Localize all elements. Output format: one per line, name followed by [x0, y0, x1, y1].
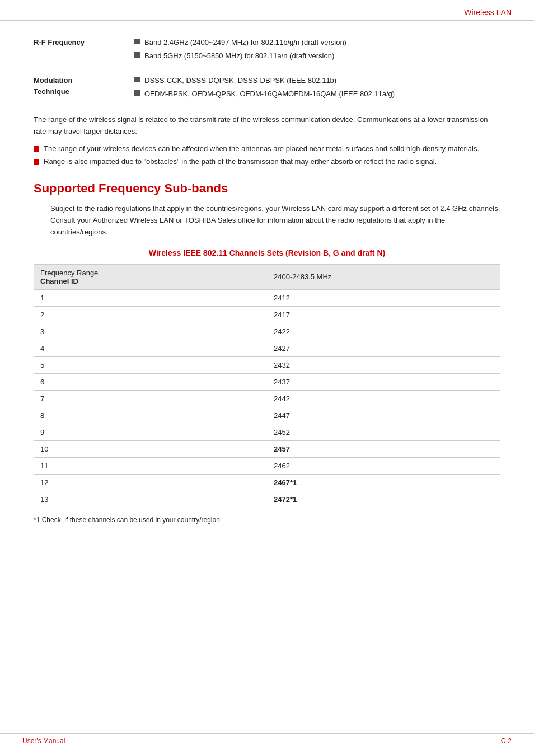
- col-channel-id-label: Channel ID: [40, 277, 78, 285]
- page-header: Wireless LAN: [0, 0, 534, 21]
- channel-id-cell: 1: [34, 289, 267, 306]
- channel-id-cell: 6: [34, 373, 267, 390]
- footnote: *1 Check, if these channels can be used …: [34, 516, 500, 524]
- red-bullet-icon: [34, 159, 39, 165]
- rf-value-1: Band 2.4GHz (2400~2497 MHz) for 802.11b/…: [144, 37, 346, 48]
- freq-cell: 2422: [267, 323, 500, 340]
- freq-cell: 2467*1: [267, 474, 500, 491]
- table-row-modulation: ModulationTechnique DSSS-CCK, DSSS-DQPSK…: [34, 69, 500, 107]
- rf-value-2: Band 5GHz (5150~5850 MHz) for 802.11a/n …: [144, 50, 334, 62]
- table-row: 52432: [34, 356, 500, 373]
- table-row: 72442: [34, 390, 500, 407]
- content-area: R-F Frequency Band 2.4GHz (2400~2497 MHz…: [0, 31, 534, 524]
- freq-cell: 2417: [267, 306, 500, 323]
- freq-cell: 2412: [267, 289, 500, 306]
- modulation-values: DSSS-CCK, DSSS-DQPSK, DSSS-DBPSK (IEEE 8…: [123, 69, 500, 107]
- body-text: The range of the wireless signal is rela…: [34, 114, 500, 138]
- bullet-list: The range of your wireless devices can b…: [34, 144, 500, 166]
- list-item-2-text: Range is also impacted due to "obstacles…: [44, 157, 437, 166]
- page-footer: User's Manual C-2: [0, 733, 534, 745]
- freq-cell: 2447: [267, 407, 500, 424]
- freq-cell: 2452: [267, 424, 500, 440]
- channel-id-cell: 11: [34, 457, 267, 474]
- table-row: 82447: [34, 407, 500, 424]
- freq-cell: 2457: [267, 440, 500, 457]
- table-row: 42427: [34, 340, 500, 356]
- channel-id-cell: 13: [34, 491, 267, 508]
- bullet-icon: [134, 90, 140, 96]
- freq-cell: 2432: [267, 356, 500, 373]
- red-bullet-icon: [34, 146, 39, 152]
- list-item-1-text: The range of your wireless devices can b…: [44, 144, 479, 153]
- section-body: Subject to the radio regulations that ap…: [50, 203, 500, 238]
- rf-bullet-1: Band 2.4GHz (2400~2497 MHz) for 802.11b/…: [134, 37, 496, 48]
- bullet-icon: [134, 77, 140, 82]
- bullet-icon: [134, 39, 140, 44]
- table-row: 62437: [34, 373, 500, 390]
- table-row: 132472*1: [34, 491, 500, 508]
- channel-id-cell: 8: [34, 407, 267, 424]
- channel-id-cell: 4: [34, 340, 267, 356]
- channel-id-cell: 9: [34, 424, 267, 440]
- table-row: 122467*1: [34, 474, 500, 491]
- channel-id-cell: 5: [34, 356, 267, 373]
- freq-cell: 2472*1: [267, 491, 500, 508]
- sub-heading: Wireless IEEE 802.11 Channels Sets (Revi…: [34, 248, 500, 257]
- spec-table: R-F Frequency Band 2.4GHz (2400~2497 MHz…: [34, 31, 500, 107]
- col-freq-range-label: Frequency Range: [40, 269, 98, 277]
- list-item-1: The range of your wireless devices can b…: [34, 144, 500, 153]
- mod-bullet-1: DSSS-CCK, DSSS-DQPSK, DSSS-DBPSK (IEEE 8…: [134, 75, 496, 86]
- footer-right: C-2: [501, 737, 512, 745]
- table-row: 112462: [34, 457, 500, 474]
- table-row: 92452: [34, 424, 500, 440]
- rf-bullet-2: Band 5GHz (5150~5850 MHz) for 802.11a/n …: [134, 50, 496, 62]
- channel-id-cell: 3: [34, 323, 267, 340]
- mod-value-2: OFDM-BPSK, OFDM-QPSK, OFDM-16QAMOFDM-16Q…: [144, 88, 395, 100]
- mod-bullet-2: OFDM-BPSK, OFDM-QPSK, OFDM-16QAMOFDM-16Q…: [134, 88, 496, 100]
- rf-values: Band 2.4GHz (2400~2497 MHz) for 802.11b/…: [123, 31, 500, 69]
- freq-cell: 2437: [267, 373, 500, 390]
- channel-id-cell: 10: [34, 440, 267, 457]
- table-row-rf: R-F Frequency Band 2.4GHz (2400~2497 MHz…: [34, 31, 500, 69]
- footer-left: User's Manual: [22, 737, 65, 745]
- channel-id-cell: 7: [34, 390, 267, 407]
- freq-cell: 2427: [267, 340, 500, 356]
- freq-cell: 2462: [267, 457, 500, 474]
- list-item-2: Range is also impacted due to "obstacles…: [34, 157, 500, 166]
- channel-id-cell: 12: [34, 474, 267, 491]
- mod-value-1: DSSS-CCK, DSSS-DQPSK, DSSS-DBPSK (IEEE 8…: [144, 75, 336, 86]
- col-freq-header: 2400-2483.5 MHz: [267, 264, 500, 289]
- bullet-icon: [134, 52, 140, 58]
- section-heading: Supported Frequency Sub-bands: [34, 181, 500, 196]
- table-row: 32422: [34, 323, 500, 340]
- modulation-label: ModulationTechnique: [34, 69, 123, 107]
- channel-table: Frequency Range Channel ID 2400-2483.5 M…: [34, 264, 500, 508]
- table-row: 12412: [34, 289, 500, 306]
- freq-cell: 2442: [267, 390, 500, 407]
- table-row: 102457: [34, 440, 500, 457]
- table-row: 22417: [34, 306, 500, 323]
- header-title: Wireless LAN: [464, 8, 512, 17]
- channel-id-cell: 2: [34, 306, 267, 323]
- col-channel-header: Frequency Range Channel ID: [34, 264, 267, 289]
- rf-label: R-F Frequency: [34, 31, 123, 69]
- channel-table-header: Frequency Range Channel ID 2400-2483.5 M…: [34, 264, 500, 289]
- page-wrapper: Wireless LAN R-F Frequency Band 2.4GHz (…: [0, 0, 534, 756]
